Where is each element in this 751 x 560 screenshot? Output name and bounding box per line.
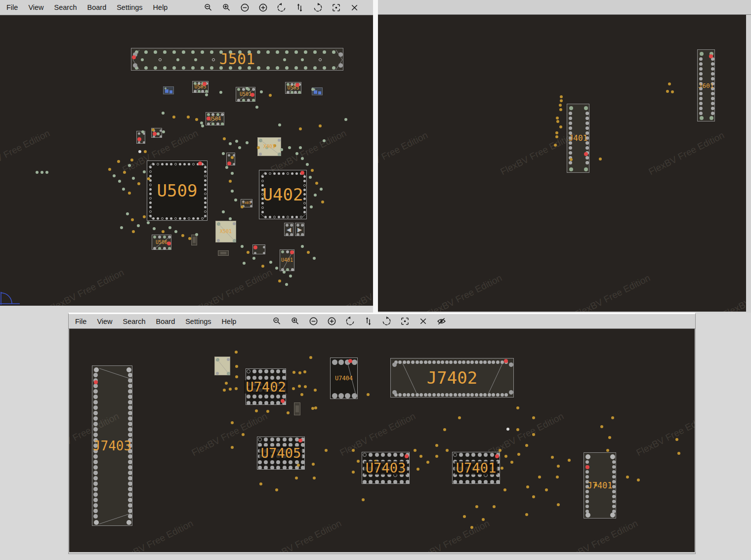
component-C1[interactable] <box>163 86 174 94</box>
test-point[interactable] <box>162 112 165 115</box>
test-point[interactable] <box>298 385 301 388</box>
menu-search[interactable]: Search <box>54 3 77 11</box>
test-point[interactable] <box>313 257 316 260</box>
test-point[interactable] <box>126 212 129 215</box>
test-point[interactable] <box>141 130 144 133</box>
test-point[interactable] <box>117 160 120 163</box>
component-U7401[interactable]: U7401 <box>452 452 500 484</box>
menu-file[interactable]: File <box>6 3 18 11</box>
component-J401[interactable]: J401 <box>567 104 589 173</box>
close-button[interactable] <box>417 316 428 327</box>
pcb-canvas-top-left[interactable]: FlexBV Free EditionFlexBV Free EditionFl… <box>0 15 373 306</box>
plus-circle-button[interactable] <box>326 316 337 327</box>
test-point[interactable] <box>181 234 184 237</box>
test-point[interactable] <box>246 141 249 144</box>
test-point[interactable] <box>229 180 232 183</box>
test-point[interactable] <box>443 428 446 431</box>
test-point[interactable] <box>516 428 519 431</box>
test-point[interactable] <box>526 485 529 488</box>
test-point[interactable] <box>298 371 301 374</box>
test-point[interactable] <box>243 262 246 265</box>
test-point[interactable] <box>144 150 147 153</box>
test-point[interactable] <box>499 449 501 452</box>
menu-help[interactable]: Help <box>222 318 237 325</box>
test-point[interactable] <box>568 459 571 462</box>
minus-circle-button[interactable] <box>308 316 319 327</box>
test-point[interactable] <box>419 455 422 458</box>
test-point[interactable] <box>557 465 560 468</box>
rotate-ccw-button[interactable] <box>276 2 287 13</box>
test-point[interactable] <box>608 436 611 439</box>
menu-file[interactable]: File <box>75 318 86 325</box>
test-point[interactable] <box>283 271 286 274</box>
test-point[interactable] <box>188 237 191 240</box>
component-C5[interactable] <box>226 153 235 165</box>
test-point[interactable] <box>288 146 291 149</box>
test-point[interactable] <box>301 245 304 248</box>
test-point[interactable] <box>255 409 258 412</box>
test-point[interactable] <box>504 455 507 458</box>
test-point[interactable] <box>138 150 141 153</box>
test-point[interactable] <box>235 387 238 390</box>
component-J7403[interactable]: J7403 <box>92 365 132 526</box>
zoom-out-button[interactable] <box>203 2 213 13</box>
hide-eye-button[interactable] <box>436 316 447 327</box>
test-point[interactable] <box>278 123 281 126</box>
component-R3[interactable] <box>294 402 300 415</box>
test-point[interactable] <box>257 146 260 149</box>
test-point[interactable] <box>223 137 226 140</box>
test-point[interactable] <box>225 166 228 169</box>
test-point[interactable] <box>241 205 244 208</box>
test-point[interactable] <box>285 283 288 286</box>
test-point[interactable] <box>323 139 326 142</box>
test-point[interactable] <box>187 116 190 119</box>
component-U505[interactable]: U505 <box>192 81 209 93</box>
test-point[interactable] <box>118 180 121 183</box>
component-Y7401[interactable] <box>214 357 230 375</box>
test-point[interactable] <box>538 476 541 479</box>
test-point[interactable] <box>557 503 560 506</box>
test-point[interactable] <box>516 406 519 409</box>
test-point[interactable] <box>234 199 237 201</box>
test-point[interactable] <box>242 433 245 436</box>
test-point[interactable] <box>666 90 669 93</box>
test-point[interactable] <box>315 182 318 185</box>
test-point[interactable] <box>310 205 313 208</box>
test-point[interactable] <box>131 218 134 221</box>
menu-search[interactable]: Search <box>123 318 146 325</box>
test-point[interactable] <box>506 428 509 431</box>
test-point[interactable] <box>417 468 419 471</box>
test-point[interactable] <box>273 144 276 147</box>
test-point[interactable] <box>108 168 111 171</box>
test-point[interactable] <box>314 194 317 197</box>
test-point[interactable] <box>357 460 360 463</box>
test-point[interactable] <box>470 526 473 529</box>
zoom-in-button[interactable] <box>290 316 300 327</box>
test-point[interactable] <box>132 177 135 180</box>
test-point[interactable] <box>311 88 314 91</box>
test-point[interactable] <box>231 156 234 159</box>
test-point[interactable] <box>510 461 513 464</box>
test-point[interactable] <box>446 449 449 452</box>
test-point[interactable] <box>130 159 133 161</box>
rotate-cw-button[interactable] <box>312 2 323 13</box>
test-point[interactable] <box>352 471 355 474</box>
test-point[interactable] <box>128 164 131 167</box>
test-point[interactable] <box>132 230 135 233</box>
component-J7401[interactable]: J7401 <box>584 452 616 519</box>
pcb-canvas-top-right[interactable]: FlexBV Free EditionFlexBV Free EditionFl… <box>378 15 746 312</box>
test-point[interactable] <box>532 433 535 436</box>
component-U509[interactable]: U509 <box>147 160 208 221</box>
test-point[interactable] <box>219 91 222 94</box>
test-point[interactable] <box>45 171 48 174</box>
test-point[interactable] <box>278 280 281 282</box>
test-point[interactable] <box>231 190 234 193</box>
test-point[interactable] <box>482 518 485 521</box>
test-point[interactable] <box>292 387 295 390</box>
menu-board[interactable]: Board <box>156 318 175 325</box>
move-vertical-button[interactable] <box>363 316 374 327</box>
test-point[interactable] <box>555 131 558 134</box>
test-point[interactable] <box>463 515 466 518</box>
test-point[interactable] <box>120 226 123 229</box>
test-point[interactable] <box>525 513 528 516</box>
